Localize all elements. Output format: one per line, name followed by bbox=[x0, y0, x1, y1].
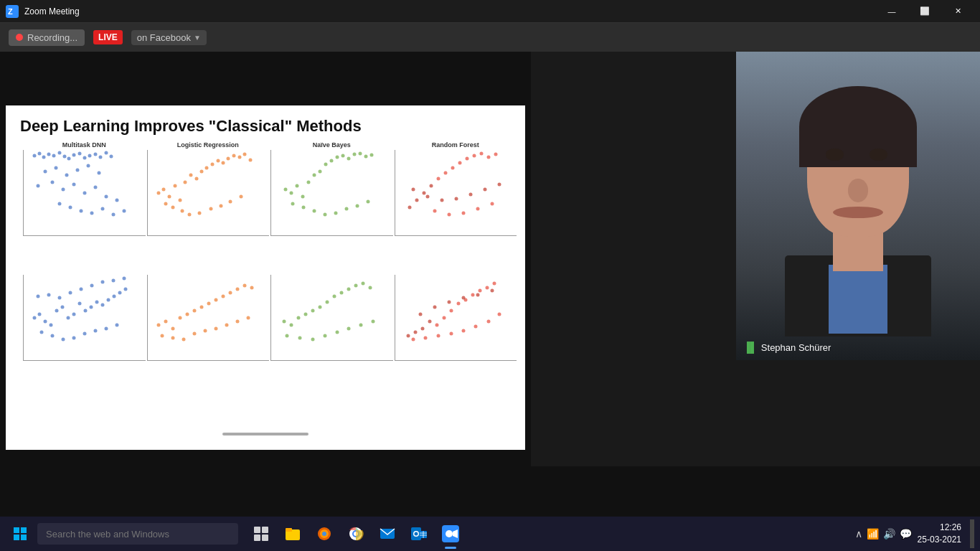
svg-point-174 bbox=[297, 316, 301, 320]
svg-point-208 bbox=[436, 334, 440, 338]
main-content: Deep Learning Improves "Classical" Metho… bbox=[0, 52, 980, 517]
svg-point-64 bbox=[228, 200, 232, 204]
svg-point-56 bbox=[248, 159, 252, 162]
svg-point-36 bbox=[101, 207, 105, 211]
svg-point-171 bbox=[246, 316, 250, 320]
mail-button[interactable] bbox=[373, 517, 402, 551]
notification-icon[interactable]: 💬 bbox=[900, 528, 912, 540]
clock-display[interactable]: 12:26 25-03-2021 bbox=[918, 522, 961, 546]
maximize-button[interactable]: ⬜ bbox=[908, 0, 941, 23]
svg-point-151 bbox=[171, 327, 174, 331]
svg-point-76 bbox=[341, 154, 345, 158]
svg-point-130 bbox=[118, 291, 122, 295]
svg-point-114 bbox=[497, 183, 501, 187]
slide-title: Deep Learning Improves "Classical" Metho… bbox=[6, 105, 525, 141]
svg-point-86 bbox=[334, 212, 338, 215]
recording-button[interactable]: Recording... bbox=[9, 29, 85, 46]
main-bottom-bar bbox=[0, 466, 980, 517]
slide-scrollbar[interactable] bbox=[222, 433, 308, 435]
window-controls[interactable]: — ⬜ ✕ bbox=[875, 0, 974, 23]
svg-point-60 bbox=[187, 213, 191, 217]
zoom-taskbar-button[interactable] bbox=[436, 517, 465, 551]
svg-point-66 bbox=[284, 188, 288, 192]
svg-point-232 bbox=[322, 532, 326, 536]
svg-point-166 bbox=[192, 332, 196, 336]
svg-point-117 bbox=[44, 320, 47, 324]
network-icon[interactable]: 📶 bbox=[867, 528, 879, 540]
zoom-icon: Z bbox=[6, 5, 19, 18]
svg-point-153 bbox=[185, 313, 189, 316]
svg-point-97 bbox=[458, 161, 461, 165]
chart-logistic-top: Logistic Regression bbox=[147, 141, 270, 273]
scatter-plot-1 bbox=[24, 150, 146, 235]
file-explorer-button[interactable] bbox=[278, 517, 307, 551]
scatter-plot-3 bbox=[271, 150, 393, 235]
svg-point-27 bbox=[72, 183, 76, 187]
task-view-button[interactable] bbox=[247, 517, 275, 551]
firefox-button[interactable] bbox=[310, 517, 339, 551]
volume-icon[interactable]: 🔊 bbox=[883, 528, 895, 540]
svg-point-57 bbox=[164, 202, 167, 206]
minimize-button[interactable]: — bbox=[875, 0, 908, 23]
svg-point-119 bbox=[55, 309, 59, 313]
svg-point-173 bbox=[290, 324, 293, 327]
show-desktop-button[interactable] bbox=[970, 519, 974, 548]
svg-point-103 bbox=[433, 209, 436, 213]
tray-expand-icon[interactable]: ∧ bbox=[855, 528, 862, 540]
taskbar-search[interactable] bbox=[37, 523, 238, 545]
chart-plot-2 bbox=[147, 150, 270, 236]
svg-point-52 bbox=[226, 157, 230, 161]
svg-point-202 bbox=[471, 293, 474, 297]
svg-point-65 bbox=[239, 195, 242, 199]
svg-rect-222 bbox=[14, 534, 19, 540]
svg-point-47 bbox=[199, 170, 203, 174]
chart-multitask-bottom bbox=[23, 275, 146, 407]
svg-point-181 bbox=[347, 288, 351, 291]
svg-point-164 bbox=[171, 336, 174, 340]
svg-point-170 bbox=[235, 320, 239, 324]
clock-time: 12:26 bbox=[918, 522, 961, 534]
shirt-blue bbox=[829, 265, 887, 334]
svg-point-185 bbox=[286, 334, 289, 338]
svg-point-2 bbox=[33, 154, 37, 158]
svg-point-152 bbox=[178, 316, 182, 320]
svg-point-177 bbox=[319, 306, 322, 309]
facebook-live-button[interactable]: on Facebook ▼ bbox=[131, 30, 207, 45]
svg-point-141 bbox=[47, 293, 51, 297]
svg-point-39 bbox=[156, 192, 160, 195]
svg-point-12 bbox=[83, 156, 87, 160]
svg-point-75 bbox=[336, 156, 339, 159]
zoom-taskbar-icon bbox=[442, 525, 459, 542]
svg-point-101 bbox=[486, 156, 490, 159]
svg-point-105 bbox=[461, 212, 465, 215]
svg-point-134 bbox=[62, 338, 65, 342]
svg-point-62 bbox=[209, 207, 212, 211]
chrome-icon bbox=[347, 525, 364, 542]
svg-point-40 bbox=[161, 188, 165, 192]
start-button[interactable] bbox=[6, 519, 34, 548]
close-button[interactable]: ✕ bbox=[941, 0, 974, 23]
svg-point-147 bbox=[112, 279, 116, 283]
chart-plot-8 bbox=[395, 275, 517, 361]
svg-point-211 bbox=[473, 325, 477, 329]
svg-point-6 bbox=[52, 154, 56, 158]
slide-container: Deep Learning Improves "Classical" Metho… bbox=[6, 105, 525, 450]
svg-point-196 bbox=[428, 320, 431, 324]
svg-point-162 bbox=[250, 286, 253, 290]
chrome-button[interactable] bbox=[341, 517, 370, 551]
svg-point-179 bbox=[333, 295, 336, 298]
svg-point-178 bbox=[326, 301, 329, 304]
svg-point-100 bbox=[479, 152, 483, 156]
svg-point-87 bbox=[345, 207, 349, 211]
svg-text:Z: Z bbox=[8, 7, 13, 16]
svg-point-204 bbox=[485, 286, 489, 290]
chart-plot-1 bbox=[23, 150, 146, 236]
svg-point-167 bbox=[203, 329, 207, 333]
recording-indicator bbox=[16, 34, 23, 41]
svg-point-148 bbox=[123, 277, 126, 281]
outlook-button[interactable] bbox=[405, 517, 433, 551]
svg-point-111 bbox=[454, 197, 458, 201]
svg-point-93 bbox=[429, 184, 433, 188]
svg-point-91 bbox=[415, 199, 418, 202]
svg-point-183 bbox=[362, 282, 365, 286]
